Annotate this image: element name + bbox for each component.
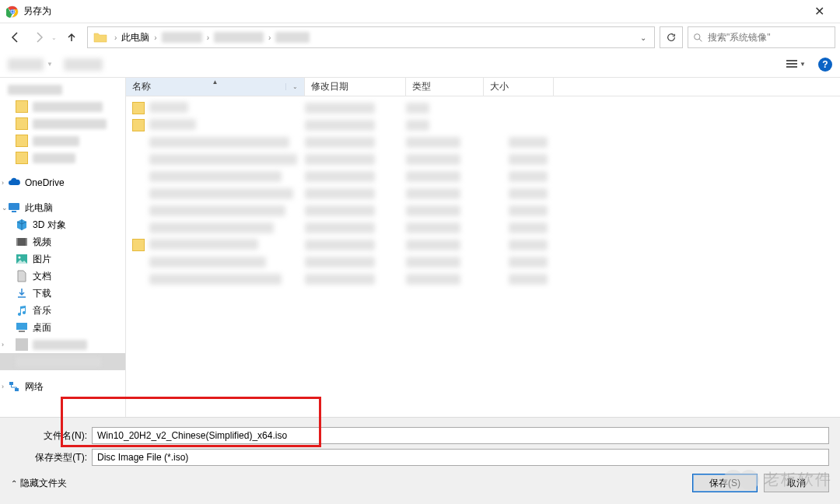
close-button[interactable]: ✕ [802, 0, 837, 23]
filename-input[interactable] [92, 427, 829, 444]
tree-label: 图片 [33, 253, 51, 266]
file-row[interactable] [126, 185, 840, 202]
svg-rect-17 [9, 382, 13, 385]
hide-folders-label: 隐藏文件夹 [20, 477, 67, 490]
refresh-button[interactable] [660, 26, 683, 48]
chevron-right-icon: › [207, 33, 209, 42]
filetype-row: 保存类型(T): [11, 449, 829, 466]
chevron-right-icon: › [2, 179, 4, 187]
tree-label: 此电脑 [25, 201, 53, 215]
cancel-button[interactable]: 取消 [764, 474, 829, 492]
tree-item-documents[interactable]: 文档 [0, 268, 125, 285]
tree-item-redacted[interactable]: › [0, 336, 125, 353]
file-row[interactable] [126, 100, 840, 117]
svg-point-14 [19, 257, 21, 259]
save-button[interactable]: 保存(S) [692, 474, 758, 492]
breadcrumb-redacted [275, 32, 310, 43]
folder-tree[interactable]: › OneDrive ⌄ 此电脑 3D 对象 视频 图片 文档 下载 [0, 78, 126, 417]
cancel-button-label: 取消 [787, 477, 806, 490]
arrow-right-icon [33, 31, 45, 44]
tree-item-redacted[interactable] [0, 81, 125, 98]
film-icon [16, 236, 28, 248]
filetype-select[interactable] [92, 449, 829, 466]
tree-item-this-pc[interactable]: ⌄ 此电脑 [0, 199, 125, 216]
filename-label: 文件名(N): [11, 429, 92, 443]
column-dropdown[interactable]: ⌄ [285, 83, 298, 90]
svg-rect-15 [16, 323, 27, 330]
toolbar-item-redacted[interactable] [64, 58, 103, 71]
music-icon [16, 304, 28, 317]
tree-item-network[interactable]: › 网络 [0, 378, 125, 395]
file-row[interactable] [126, 236, 840, 254]
svg-rect-8 [9, 203, 19, 210]
svg-rect-11 [16, 238, 18, 246]
column-date[interactable]: 修改日期 [305, 78, 406, 96]
tree-item-3d-objects[interactable]: 3D 对象 [0, 216, 125, 233]
forward-button[interactable] [28, 26, 50, 48]
nav-bar: ⌄ › 此电脑 › › › ⌄ 搜索"系统镜像" [0, 23, 840, 51]
tree-item-onedrive[interactable]: › OneDrive [0, 174, 125, 191]
tree-label: 音乐 [33, 304, 51, 317]
help-button[interactable]: ? [818, 58, 832, 72]
search-input[interactable]: 搜索"系统镜像" [688, 26, 835, 48]
tree-item-redacted[interactable] [0, 132, 125, 149]
file-row[interactable] [126, 202, 840, 219]
desktop-icon [16, 321, 28, 334]
search-placeholder: 搜索"系统镜像" [708, 31, 771, 44]
svg-rect-5 [786, 60, 797, 61]
column-size[interactable]: 大小 [484, 78, 554, 96]
column-name[interactable]: ▲ 名称 ⌄ [126, 78, 305, 96]
svg-rect-18 [15, 388, 19, 391]
breadcrumb-root[interactable]: 此电脑 [120, 31, 151, 44]
svg-rect-7 [786, 66, 797, 68]
file-row[interactable] [126, 168, 840, 185]
save-button-label: 保存(S) [709, 477, 740, 490]
tree-item-downloads[interactable]: 下载 [0, 285, 125, 302]
tree-item-redacted[interactable] [0, 149, 125, 166]
file-row[interactable] [126, 219, 840, 236]
tree-item-videos[interactable]: 视频 [0, 233, 125, 250]
file-row[interactable] [126, 134, 840, 151]
view-mode-button[interactable]: ▼ [782, 58, 809, 72]
column-label: 名称 [132, 80, 151, 93]
up-button[interactable] [61, 26, 82, 48]
tree-item-pictures[interactable]: 图片 [0, 250, 125, 268]
breadcrumb-redacted [214, 32, 264, 43]
download-icon [16, 287, 28, 299]
chevron-right-icon: › [268, 33, 271, 42]
address-dropdown[interactable]: ⌄ [634, 33, 653, 42]
refresh-icon [666, 32, 677, 43]
arrow-up-icon [65, 31, 78, 44]
chrome-icon [6, 5, 19, 18]
hide-folders-toggle[interactable]: ⌃ 隐藏文件夹 [11, 477, 67, 490]
tree-item-redacted[interactable] [0, 115, 125, 132]
folder-icon [132, 102, 145, 114]
chevron-right-icon: › [114, 33, 117, 42]
document-icon [16, 270, 28, 282]
back-button[interactable] [5, 26, 26, 48]
toolbar-item-redacted[interactable] [8, 58, 44, 71]
breadcrumb-redacted [162, 32, 202, 43]
recent-dropdown[interactable]: ⌄ [48, 26, 59, 48]
svg-point-4 [695, 33, 700, 39]
tree-item-music[interactable]: 音乐 [0, 302, 125, 319]
file-row[interactable] [126, 117, 840, 134]
svg-rect-9 [12, 211, 16, 212]
file-row[interactable] [126, 271, 840, 288]
file-row[interactable] [126, 254, 840, 271]
chevron-right-icon: › [2, 383, 4, 390]
address-bar[interactable]: › 此电脑 › › › ⌄ [87, 26, 655, 48]
column-label: 类型 [412, 80, 431, 93]
title-bar: 另存为 ✕ [0, 0, 840, 23]
tree-label: 桌面 [33, 321, 51, 334]
tree-item-redacted[interactable] [0, 98, 125, 115]
file-list[interactable] [126, 96, 840, 417]
column-type[interactable]: 类型 [406, 78, 484, 96]
tree-item-redacted[interactable] [0, 353, 125, 370]
chevron-down-icon: ▼ [47, 61, 53, 68]
tree-label: OneDrive [25, 177, 65, 188]
tree-item-desktop[interactable]: 桌面 [0, 319, 125, 336]
window-title: 另存为 [23, 5, 802, 18]
file-row[interactable] [126, 151, 840, 168]
chevron-up-icon: ⌃ [11, 479, 17, 488]
